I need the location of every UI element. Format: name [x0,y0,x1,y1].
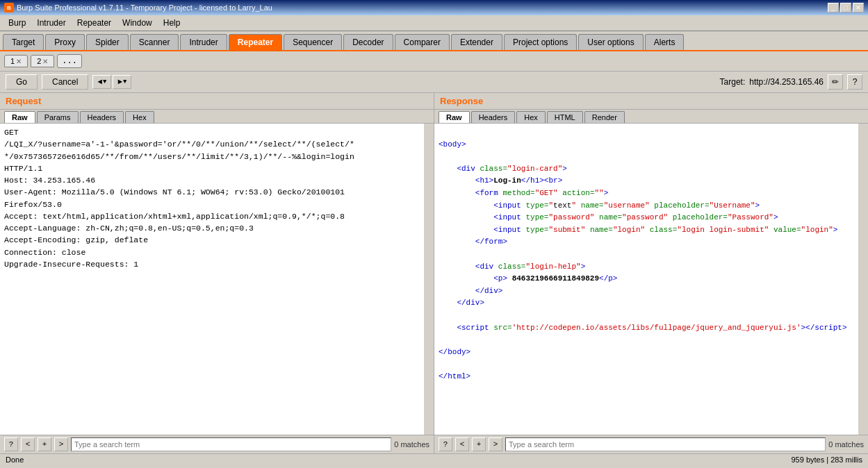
tab-decoder[interactable]: Decoder [343,34,393,50]
response-tab-render[interactable]: Render [584,111,625,123]
repeater-tabs: 1 ✕ 2 ✕ ... [0,51,868,72]
status-bytes: 959 bytes | 283 millis [791,456,862,464]
request-tab-params[interactable]: Params [37,111,79,123]
tab-project-options[interactable]: Project options [504,34,577,50]
back-dropdown-icon[interactable]: ▼ [103,78,106,85]
response-content-wrapper: <body> <div class="login-card"> <h1>Log-… [434,124,868,435]
titlebar-left: B Burp Suite Professional v1.7.11 - Temp… [4,3,272,12]
app-icon: B [4,3,14,12]
request-tab-hex[interactable]: Hex [125,111,154,123]
response-search-input[interactable] [505,437,826,451]
close-tab-2-icon[interactable]: ✕ [42,58,48,65]
close-button[interactable]: ✕ [853,3,864,12]
request-search-next-button[interactable]: + [38,437,51,451]
repeater-tab-2[interactable]: 2 ✕ [31,55,54,67]
tab-alerts[interactable]: Alerts [645,34,685,50]
content-area: Request Raw Params Headers Hex GET /LQI_… [0,93,868,453]
request-search-prev-button[interactable]: < [21,437,35,451]
repeater-tab-1[interactable]: 1 ✕ [4,55,28,67]
response-scrollbar[interactable] [858,124,868,435]
edit-target-button[interactable]: ✏ [828,74,843,90]
response-tabs: Raw Headers Hex HTML Render [434,110,868,124]
menu-intruder[interactable]: Intruder [31,17,71,29]
response-search-prev-button[interactable]: < [455,437,469,451]
go-button[interactable]: Go [6,74,38,90]
request-content-wrapper: GET /LQI_X/?username=a'-1-'&password='or… [0,124,434,435]
target-url: http://34.253.165.46 [749,77,824,87]
close-tab-1-icon[interactable]: ✕ [16,58,22,65]
tab-scanner[interactable]: Scanner [130,34,179,50]
request-tabs: Raw Params Headers Hex [0,110,434,124]
repeater-tab-more[interactable]: ... [57,54,82,68]
request-panel: Request Raw Params Headers Hex GET /LQI_… [0,93,434,453]
tab-proxy[interactable]: Proxy [45,34,85,50]
tab-extender[interactable]: Extender [451,34,502,50]
response-tab-hex[interactable]: Hex [516,111,546,123]
response-search-next2-button[interactable]: > [489,437,502,451]
menu-burp[interactable]: Burp [3,17,31,29]
tab-intruder[interactable]: Intruder [180,34,227,50]
window-title: Burp Suite Professional v1.7.11 - Tempor… [17,3,272,12]
forward-button[interactable]: ► ▼ [113,75,131,89]
request-header: Request [0,93,434,110]
response-tab-headers[interactable]: Headers [471,111,516,123]
back-icon: ◄ [97,78,102,86]
request-search-bar: ? < + > 0 matches [0,435,434,453]
response-tab-raw[interactable]: Raw [439,111,470,123]
response-panel: Response Raw Headers Hex HTML Render <bo… [434,93,868,453]
response-help-search-button[interactable]: ? [439,437,452,451]
target-label: Target: [720,77,746,87]
request-help-search-button[interactable]: ? [4,437,18,451]
target-info: Target: http://34.253.165.46 ✏ ? [720,74,862,90]
response-search-next-button[interactable]: + [472,437,486,451]
toolbar: Go Cancel ◄ ▼ ► ▼ Target: http://34.253.… [0,72,868,93]
request-search-input[interactable] [71,437,391,451]
request-tab-headers[interactable]: Headers [80,111,124,123]
tab-comparer[interactable]: Comparer [395,34,450,50]
request-search-next2-button[interactable]: > [54,437,68,451]
forward-icon: ► [117,78,122,86]
tab-repeater[interactable]: Repeater [229,34,282,50]
response-header: Response [434,93,868,110]
tab-user-options[interactable]: User options [578,34,643,50]
minimize-button[interactable]: _ [828,3,839,12]
help-button[interactable]: ? [847,74,862,90]
tab-sequencer[interactable]: Sequencer [284,34,342,50]
request-scrollbar[interactable] [424,124,434,435]
menubar: Burp Intruder Repeater Window Help [0,15,868,31]
response-search-bar: ? < + > 0 matches [434,435,868,453]
maximize-button[interactable]: □ [840,3,851,12]
menu-window[interactable]: Window [117,17,158,29]
request-content[interactable]: GET /LQI_X/?username=a'-1-'&password='or… [0,124,424,435]
response-search-count: 0 matches [828,440,864,449]
menu-repeater[interactable]: Repeater [72,17,117,29]
response-tab-html[interactable]: HTML [547,111,583,123]
menu-help[interactable]: Help [158,17,186,29]
tab-spider[interactable]: Spider [86,34,129,50]
statusbar: Done 959 bytes | 283 millis [0,453,868,465]
forward-dropdown-icon[interactable]: ▼ [123,78,126,85]
status-text: Done [6,456,24,464]
titlebar-controls[interactable]: _ □ ✕ [828,3,864,12]
tab-target[interactable]: Target [3,34,44,50]
main-tabs: Target Proxy Spider Scanner Intruder Rep… [0,31,868,51]
titlebar: B Burp Suite Professional v1.7.11 - Temp… [0,0,868,15]
response-content[interactable]: <body> <div class="login-card"> <h1>Log-… [434,124,858,435]
request-search-count: 0 matches [394,440,429,449]
back-button[interactable]: ◄ ▼ [92,75,111,89]
request-tab-raw[interactable]: Raw [4,111,35,123]
cancel-button[interactable]: Cancel [42,74,88,90]
